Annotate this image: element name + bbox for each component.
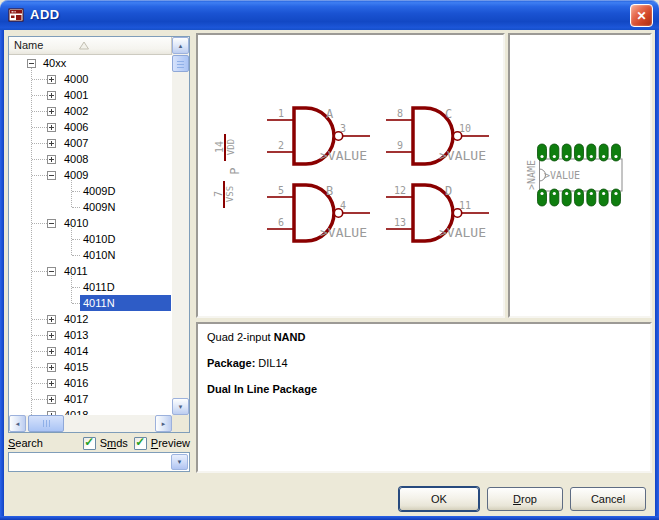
tree-item[interactable]: 4011 xyxy=(9,263,172,279)
tree-item[interactable]: 4011D xyxy=(9,279,172,295)
smds-checkbox[interactable]: ✓ xyxy=(83,437,96,450)
expand-toggle-icon[interactable] xyxy=(47,395,56,404)
tree-item[interactable]: 4018 xyxy=(9,407,172,415)
tree-item[interactable]: 4011N xyxy=(9,295,172,311)
tree-item[interactable]: 4012 xyxy=(9,311,172,327)
scroll-up-button[interactable]: ▲ xyxy=(172,37,189,54)
preview-option[interactable]: ✓ Preview xyxy=(134,437,190,450)
tree-item[interactable]: 4016 xyxy=(9,375,172,391)
expand-toggle-icon[interactable] xyxy=(47,363,56,372)
svg-text:12: 12 xyxy=(394,185,406,196)
scroll-down-button[interactable]: ▼ xyxy=(172,398,189,415)
search-input[interactable] xyxy=(11,455,169,469)
scroll-down-icon: ▼ xyxy=(178,404,184,410)
collapse-toggle-icon[interactable] xyxy=(27,59,36,68)
tree-item[interactable]: 4013 xyxy=(9,327,172,343)
cancel-button[interactable]: Cancel xyxy=(570,487,646,511)
tree-item[interactable]: 4008 xyxy=(9,151,172,167)
tree-item-label[interactable]: 4010 xyxy=(61,215,91,231)
tree-item-label[interactable]: 4010N xyxy=(80,247,118,263)
scroll-left-button[interactable]: ◄ xyxy=(9,415,26,432)
expand-toggle-icon[interactable] xyxy=(47,379,56,388)
tree-item[interactable]: 4009N xyxy=(9,199,172,215)
tree-item-label[interactable]: 4015 xyxy=(61,359,91,375)
tree-item-label[interactable]: 4016 xyxy=(61,375,91,391)
combo-dropdown-button[interactable]: ▼ xyxy=(171,454,188,470)
tree-item[interactable]: 4010 xyxy=(9,215,172,231)
tree-guide-line xyxy=(32,143,47,144)
tree-item-label[interactable]: 4000 xyxy=(61,71,91,87)
tree-item-label[interactable]: 4002 xyxy=(61,103,91,119)
drill-hole xyxy=(540,192,543,195)
expand-toggle-icon[interactable] xyxy=(47,123,56,132)
expand-toggle-icon[interactable] xyxy=(47,315,56,324)
tree-item-label[interactable]: 4018 xyxy=(61,407,91,415)
preview-checkbox[interactable]: ✓ xyxy=(134,437,147,450)
tree-item-label[interactable]: 4013 xyxy=(61,327,91,343)
tree-item-label[interactable]: 4014 xyxy=(61,343,91,359)
tree-item-label[interactable]: 4009 xyxy=(61,167,91,183)
smds-label: Smds xyxy=(100,437,128,449)
search-label: Search xyxy=(8,437,43,449)
tree-item[interactable]: 4006 xyxy=(9,119,172,135)
tree-item[interactable]: 4007 xyxy=(9,135,172,151)
tree-item-label[interactable]: 4011N xyxy=(80,295,171,311)
tree-item[interactable]: 4009D xyxy=(9,183,172,199)
svg-text:14: 14 xyxy=(214,141,225,153)
collapse-toggle-icon[interactable] xyxy=(47,219,56,228)
tree-item[interactable]: 4000 xyxy=(9,71,172,87)
drill-hole xyxy=(577,155,580,158)
scroll-right-button[interactable]: ► xyxy=(155,415,172,432)
ok-button[interactable]: OK xyxy=(399,487,479,511)
tree-item[interactable]: 4009 xyxy=(9,167,172,183)
tree-item-label[interactable]: 4011 xyxy=(61,263,91,279)
tree-item-label[interactable]: 4011D xyxy=(80,279,118,295)
expand-toggle-icon[interactable] xyxy=(47,91,56,100)
search-combo[interactable]: ▼ xyxy=(8,452,190,472)
collapse-toggle-icon[interactable] xyxy=(47,171,56,180)
horizontal-scroll-thumb[interactable] xyxy=(28,415,64,432)
pad-bottom-1 xyxy=(538,189,547,206)
drill-hole xyxy=(590,192,593,195)
tree-guide-line xyxy=(32,79,47,80)
tree-vertical-scrollbar[interactable]: ▲ ▼ xyxy=(172,37,189,415)
expand-toggle-icon[interactable] xyxy=(47,107,56,116)
tree-item-label[interactable]: 4009D xyxy=(80,183,118,199)
tree-item[interactable]: 4001 xyxy=(9,87,172,103)
tree-item[interactable]: 4002 xyxy=(9,103,172,119)
vertical-scroll-thumb[interactable] xyxy=(172,55,189,72)
tree-item-label[interactable]: 4007 xyxy=(61,135,91,151)
tree-item-label[interactable]: 4017 xyxy=(61,391,91,407)
tree-item-label[interactable]: 4001 xyxy=(61,87,91,103)
tree-item[interactable]: 40xx xyxy=(9,55,172,71)
tree-item[interactable]: 4014 xyxy=(9,343,172,359)
collapse-toggle-icon[interactable] xyxy=(47,267,56,276)
tree-item-label[interactable]: 40xx xyxy=(40,55,69,71)
tree-item[interactable]: 4010N xyxy=(9,247,172,263)
description-panel: Quad 2-input NAND Package: DIL14 Dual In… xyxy=(196,322,652,473)
expand-toggle-icon[interactable] xyxy=(47,139,56,148)
close-button[interactable]: ✕ xyxy=(630,4,653,27)
tree-item-label[interactable]: 4006 xyxy=(61,119,91,135)
preview-label: Preview xyxy=(151,437,190,449)
expand-toggle-icon[interactable] xyxy=(47,75,56,84)
tree-item-label[interactable]: 4009N xyxy=(80,199,118,215)
svg-text:7: 7 xyxy=(213,191,224,197)
tree-item-label[interactable]: 4010D xyxy=(80,231,118,247)
scrollbar-corner xyxy=(172,415,189,432)
expand-toggle-icon[interactable] xyxy=(47,331,56,340)
drop-button[interactable]: Drop xyxy=(487,487,563,511)
tree-item[interactable]: 4015 xyxy=(9,359,172,375)
drill-hole xyxy=(577,192,580,195)
expand-toggle-icon[interactable] xyxy=(47,347,56,356)
svg-text:VDD: VDD xyxy=(226,139,236,155)
expand-toggle-icon[interactable] xyxy=(47,155,56,164)
tree-column-header-name[interactable]: Name xyxy=(9,37,172,55)
smds-option[interactable]: ✓ Smds xyxy=(83,437,128,450)
tree-item-label[interactable]: 4008 xyxy=(61,151,91,167)
tree-horizontal-scrollbar[interactable]: ◄ ► xyxy=(9,415,172,432)
tree-item[interactable]: 4010D xyxy=(9,231,172,247)
titlebar[interactable]: ADD ✕ xyxy=(0,0,659,30)
tree-item-label[interactable]: 4012 xyxy=(61,311,91,327)
tree-item[interactable]: 4017 xyxy=(9,391,172,407)
